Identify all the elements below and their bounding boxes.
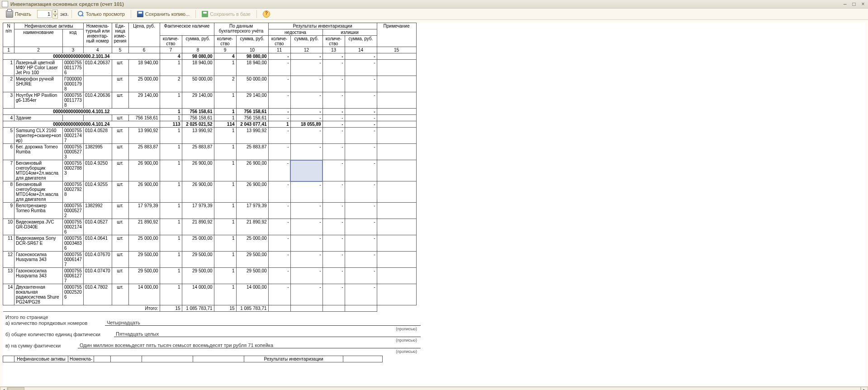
table-cell[interactable]: 1 — [214, 181, 236, 203]
table-cell[interactable]: - — [268, 92, 290, 109]
table-cell[interactable]: 14 000,00 — [182, 284, 214, 305]
table-cell[interactable]: - — [345, 235, 377, 252]
table-cell[interactable]: 4 — [3, 115, 14, 121]
table-cell[interactable]: шт. — [112, 219, 128, 235]
table-cell[interactable]: 26 900,00 — [128, 181, 160, 203]
table-cell[interactable]: шт. — [112, 252, 128, 268]
print-button[interactable]: Печать — [3, 9, 34, 19]
table-cell[interactable]: 1 — [160, 115, 182, 121]
table-cell[interactable]: - — [323, 128, 345, 144]
table-cell[interactable]: 0000755 0002174 7 — [62, 128, 83, 144]
table-cell[interactable]: 4 — [160, 53, 182, 60]
table-cell[interactable]: 1 — [268, 121, 290, 128]
group-row[interactable]: 000000000000000.4.101.241132 025 021,521… — [3, 121, 417, 128]
table-cell[interactable]: 0000755 0000527 2 — [62, 203, 83, 219]
table-cell[interactable]: шт. — [112, 268, 128, 284]
table-cell[interactable]: 1 — [160, 235, 182, 252]
table-cell[interactable]: - — [268, 109, 290, 115]
save-db-button[interactable]: Сохранить в базе — [199, 10, 254, 19]
table-cell[interactable]: 50 000,00 — [182, 76, 214, 92]
table-cell[interactable]: 2 043 077,41 — [236, 121, 268, 128]
table-cell[interactable]: 17 979,39 — [182, 203, 214, 219]
group-row[interactable]: 000000000000000.4.101.121756 158,611756 … — [3, 109, 417, 115]
table-cell[interactable]: - — [345, 203, 377, 219]
table-cell[interactable]: 010.4.20636 — [83, 92, 112, 109]
table-cell[interactable]: шт. — [112, 160, 128, 181]
table-cell[interactable]: - — [323, 181, 345, 203]
table-cell[interactable]: 010.4.07670 — [83, 252, 112, 268]
table-cell[interactable]: 25 883,87 — [182, 144, 214, 160]
table-cell[interactable]: - — [290, 219, 323, 235]
table-cell[interactable]: 1 — [214, 235, 236, 252]
table-cell[interactable]: 29 140,00 — [182, 92, 214, 109]
table-cell[interactable]: 010.4.0527 — [83, 219, 112, 235]
table-cell[interactable]: Газонокосилка Husqvarna 343 — [14, 252, 63, 268]
table-cell[interactable]: 1 — [160, 219, 182, 235]
table-cell[interactable]: 756 158,61 — [128, 115, 160, 121]
table-cell[interactable] — [377, 128, 416, 144]
table-cell[interactable]: - — [290, 60, 323, 76]
table-cell[interactable]: - — [345, 115, 377, 121]
table-cell[interactable] — [290, 305, 323, 312]
table-cell[interactable]: 29 500,00 — [128, 268, 160, 284]
table-cell[interactable] — [377, 76, 416, 92]
table-cell[interactable]: - — [345, 284, 377, 305]
table-cell[interactable]: 1 — [160, 181, 182, 203]
table-cell[interactable]: - — [323, 60, 345, 76]
table-cell[interactable]: 21 890,92 — [236, 219, 268, 235]
table-cell[interactable]: 18 055,89 — [290, 121, 323, 128]
table-cell[interactable]: 756 158,61 — [236, 109, 268, 115]
table-cell[interactable]: 14 000,00 — [128, 284, 160, 305]
table-cell[interactable]: 756 158,61 — [236, 115, 268, 121]
table-cell[interactable]: - — [345, 268, 377, 284]
table-cell[interactable]: 010.4.0528 — [83, 128, 112, 144]
inventory-table[interactable]: N п/п Нефинансовые активы Номенкла-турны… — [3, 23, 417, 312]
table-cell[interactable]: 29 500,00 — [182, 268, 214, 284]
table-cell[interactable]: шт. — [112, 115, 128, 121]
table-cell[interactable]: 29 140,00 — [236, 92, 268, 109]
table-cell[interactable]: 8 — [3, 181, 14, 203]
table-cell[interactable]: 18 940,00 — [182, 60, 214, 76]
table-cell[interactable]: Бег. дорожка Torneo Rumba — [14, 144, 63, 160]
table-cell[interactable]: 756 158,61 — [182, 115, 214, 121]
help-button[interactable]: ? — [260, 9, 273, 19]
table-cell[interactable]: 1 — [214, 115, 236, 121]
table-cell[interactable] — [377, 121, 416, 128]
table-cell[interactable]: 1 — [214, 144, 236, 160]
table-cell[interactable]: Велотренажер Torneo Rumba — [14, 203, 63, 219]
table-cell[interactable]: 13 990,92 — [182, 128, 214, 144]
table-cell[interactable]: 1 — [160, 203, 182, 219]
table-cell[interactable]: 50 000,00 — [236, 76, 268, 92]
selected-cell[interactable] — [290, 160, 323, 181]
table-cell[interactable]: 21 890,92 — [128, 219, 160, 235]
table-row[interactable]: 13Газонокосилка Husqvarna 3430000755 000… — [3, 268, 417, 284]
table-cell[interactable]: 11 — [3, 235, 14, 252]
table-cell[interactable]: - — [268, 268, 290, 284]
table-cell[interactable]: 1 — [214, 284, 236, 305]
table-cell[interactable] — [377, 268, 416, 284]
table-cell[interactable]: 25 883,87 — [128, 144, 160, 160]
table-cell[interactable]: - — [268, 160, 290, 181]
table-cell[interactable]: 0000755 0011775 6 — [62, 60, 83, 76]
horizontal-scrollbar[interactable]: ◄ ► — [0, 386, 868, 390]
table-cell[interactable]: - — [268, 203, 290, 219]
table-cell[interactable]: 9 — [3, 203, 14, 219]
table-cell[interactable]: 010.4.20637 — [83, 60, 112, 76]
table-cell[interactable]: 17 979,39 — [236, 203, 268, 219]
table-row[interactable]: 4Зданиешт.756 158,611756 158,611756 158,… — [3, 115, 417, 121]
table-cell[interactable]: 13 990,92 — [236, 128, 268, 144]
spinner-up-icon[interactable]: ▲ — [52, 10, 58, 14]
table-cell[interactable]: - — [323, 219, 345, 235]
table-cell[interactable]: Видеокамера JVC GR-D340E — [14, 219, 63, 235]
table-cell[interactable]: 1 — [160, 128, 182, 144]
table-cell[interactable] — [377, 284, 416, 305]
table-cell[interactable] — [377, 181, 416, 203]
table-cell[interactable]: Г000000 0000179 8 — [62, 76, 83, 92]
maximize-button[interactable]: □ — [851, 1, 857, 7]
group-row[interactable]: 000000000000000.2.101.34498 080,00498 08… — [3, 53, 417, 60]
table-cell[interactable]: 0000755 0002788 3 — [62, 160, 83, 181]
table-cell[interactable]: 29 500,00 — [236, 252, 268, 268]
table-cell[interactable]: 17 979,39 — [128, 203, 160, 219]
table-cell[interactable]: 15 — [214, 305, 236, 312]
table-cell[interactable]: 010.4.7802 — [83, 284, 112, 305]
